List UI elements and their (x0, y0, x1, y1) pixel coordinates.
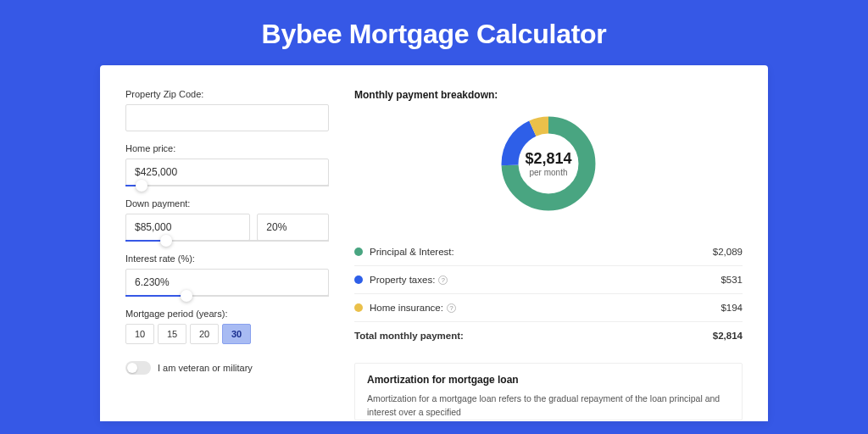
payment-donut-chart: $2,814 per month (498, 113, 599, 214)
period-option-15[interactable]: 15 (158, 324, 186, 344)
legend-value: $2,089 (713, 247, 743, 257)
breakdown-title: Monthly payment breakdown: (354, 89, 743, 101)
down-payment-percent-input[interactable] (257, 214, 329, 241)
info-icon[interactable]: ? (438, 275, 448, 285)
period-option-20[interactable]: 20 (190, 324, 219, 344)
legend-value: $194 (721, 303, 743, 313)
period-option-10[interactable]: 10 (125, 324, 154, 344)
home-price-label: Home price: (125, 143, 329, 153)
amortization-section: Amortization for mortgage loan Amortizat… (354, 363, 743, 420)
veteran-toggle-knob (127, 363, 137, 373)
home-price-field: Home price: (125, 143, 329, 186)
home-price-input[interactable] (125, 159, 329, 186)
total-row: Total monthly payment: $2,814 (354, 322, 743, 349)
info-icon[interactable]: ? (447, 303, 456, 313)
down-payment-label: Down payment: (125, 198, 329, 209)
legend-value: $531 (721, 275, 743, 285)
interest-rate-slider-thumb[interactable] (181, 290, 192, 302)
amortization-title: Amortization for mortgage loan (367, 374, 730, 386)
down-payment-slider[interactable] (125, 240, 329, 242)
veteran-label: I am veteran or military (158, 363, 253, 373)
zip-field: Property Zip Code: (125, 89, 329, 131)
down-payment-slider-thumb[interactable] (160, 235, 172, 247)
breakdown-legend: Principal & Interest:$2,089Property taxe… (354, 238, 743, 322)
interest-rate-input[interactable] (125, 269, 329, 296)
home-price-slider-thumb[interactable] (136, 180, 147, 192)
mortgage-period-field: Mortgage period (years): 10152030 (125, 309, 329, 344)
legend-label: Home insurance:? (370, 303, 721, 313)
interest-rate-field: Interest rate (%): (125, 253, 329, 297)
total-value: $2,814 (713, 331, 743, 341)
zip-input[interactable] (125, 104, 329, 131)
calculator-card: Property Zip Code: Home price: Down paym… (100, 65, 768, 421)
total-label: Total monthly payment: (354, 331, 713, 341)
mortgage-period-options: 10152030 (125, 324, 329, 344)
legend-label: Principal & Interest: (370, 247, 713, 257)
donut-center: $2,814 per month (498, 113, 599, 214)
page-title: Bybee Mortgage Calculator (0, 0, 868, 65)
legend-label: Property taxes:? (370, 275, 721, 285)
interest-rate-slider[interactable] (125, 295, 329, 297)
mortgage-period-label: Mortgage period (years): (125, 309, 329, 319)
interest-rate-label: Interest rate (%): (125, 253, 329, 264)
legend-row: Home insurance:?$194 (354, 294, 743, 322)
home-price-slider[interactable] (125, 185, 329, 186)
legend-swatch (354, 303, 363, 312)
form-column: Property Zip Code: Home price: Down paym… (125, 89, 329, 421)
interest-rate-slider-fill (125, 295, 186, 297)
page-root: Bybee Mortgage Calculator Property Zip C… (0, 0, 868, 434)
down-payment-amount-input[interactable] (125, 214, 250, 241)
legend-row: Property taxes:?$531 (354, 266, 743, 294)
legend-row: Principal & Interest:$2,089 (354, 238, 743, 266)
amortization-body: Amortization for a mortgage loan refers … (367, 392, 730, 420)
veteran-toggle[interactable] (125, 361, 151, 375)
breakdown-column: Monthly payment breakdown: $2,814 per mo… (354, 89, 743, 421)
donut-caption: per month (529, 168, 567, 177)
zip-label: Property Zip Code: (125, 89, 329, 99)
donut-amount: $2,814 (525, 150, 571, 168)
veteran-row: I am veteran or military (125, 361, 329, 375)
down-payment-field: Down payment: (125, 198, 329, 242)
period-option-30[interactable]: 30 (222, 324, 251, 344)
legend-swatch (354, 275, 363, 284)
donut-wrap: $2,814 per month (354, 113, 743, 223)
legend-swatch (354, 248, 363, 256)
